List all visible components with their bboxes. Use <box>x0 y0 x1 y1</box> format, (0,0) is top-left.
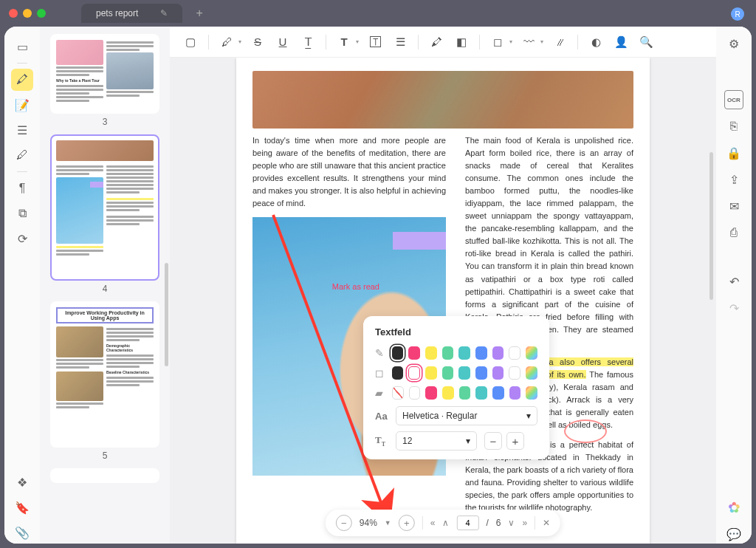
document-scrollbar[interactable] <box>709 152 713 300</box>
compress-icon[interactable]: ⎘ <box>724 117 743 136</box>
close-bar-button[interactable]: ✕ <box>543 518 550 528</box>
layers-icon[interactable]: ❖ <box>11 471 33 493</box>
lock-icon[interactable]: 🔒 <box>724 143 743 162</box>
maximize-window-icon[interactable] <box>37 9 46 18</box>
strikethrough-icon[interactable]: S <box>249 33 267 51</box>
font-family-select[interactable]: Helvetica · Regular▾ <box>396 406 537 425</box>
bookmark-icon[interactable]: 🔖 <box>11 496 33 518</box>
zoom-out-button[interactable]: − <box>336 515 352 531</box>
stroke-color-purple[interactable] <box>492 366 504 380</box>
stroke-color-green[interactable] <box>442 366 454 380</box>
text-color-black[interactable] <box>392 346 404 360</box>
fill-color-purple[interactable] <box>509 386 521 400</box>
gear-icon[interactable]: ⚙ <box>724 34 743 53</box>
chevron-down-icon[interactable]: ▾ <box>356 38 359 45</box>
appearance-icon[interactable]: ◐ <box>587 33 605 51</box>
new-tab-button[interactable]: + <box>196 7 202 20</box>
chevron-down-icon[interactable]: ▾ <box>238 38 241 45</box>
first-page-button[interactable]: « <box>430 518 436 528</box>
stroke-color-white[interactable] <box>509 366 520 380</box>
minimize-window-icon[interactable] <box>23 9 32 18</box>
attachment-icon[interactable]: 📎 <box>11 521 33 544</box>
ocr-panel-icon[interactable]: ⟳ <box>11 227 33 250</box>
stroke-color-blue[interactable] <box>475 366 487 380</box>
last-page-button[interactable]: » <box>522 518 527 528</box>
underline-icon[interactable]: U <box>274 33 292 51</box>
stroke-color-custom[interactable] <box>526 366 537 380</box>
page-box-icon[interactable]: ▢ <box>182 33 199 51</box>
thumbnail-scrollbar[interactable] <box>165 263 168 366</box>
stroke-color-black[interactable] <box>392 366 404 380</box>
stroke-color-pink[interactable] <box>408 366 420 380</box>
profile-icon[interactable]: 👤 <box>612 33 630 51</box>
mail-icon[interactable]: ✉ <box>724 196 743 216</box>
thumbnail-page-5[interactable]: Improve Working Productivity in Using Ap… <box>50 301 159 448</box>
stroke-color-yellow[interactable] <box>425 366 437 380</box>
eraser-icon[interactable]: ◧ <box>453 33 470 51</box>
marker-icon[interactable]: 🖍 <box>427 33 445 51</box>
small-caps-icon[interactable]: T̲ <box>299 33 317 51</box>
chevron-down-icon[interactable]: ▾ <box>509 38 512 45</box>
print-icon[interactable]: ⎙ <box>724 223 743 242</box>
fill-color-teal[interactable] <box>475 386 487 400</box>
fill-color-white[interactable] <box>409 386 421 400</box>
annotations-panel-icon[interactable]: 🖊 <box>11 144 33 166</box>
chevron-down-icon[interactable]: ▼ <box>385 519 391 527</box>
search-icon[interactable]: 🔍 <box>637 33 655 51</box>
fill-color-yellow[interactable] <box>442 386 454 400</box>
document-viewport[interactable]: In today's time when more and more peopl… <box>170 58 716 544</box>
text-color-teal[interactable] <box>458 346 470 360</box>
text-color-white[interactable] <box>509 346 520 360</box>
next-page-button[interactable]: ∨ <box>508 518 515 528</box>
font-size-select[interactable]: 12▾ <box>396 431 477 451</box>
notes-panel-icon[interactable]: 📝 <box>11 94 33 116</box>
redo-icon[interactable]: ↷ <box>724 298 743 318</box>
text-color-custom[interactable] <box>526 346 537 360</box>
zoom-in-button[interactable]: + <box>399 515 415 531</box>
textbox-tool-icon[interactable]: 🅃 <box>366 33 384 51</box>
pen-style-icon[interactable]: 🖊 <box>218 33 236 51</box>
crop-tool-icon[interactable]: ⧉ <box>11 202 33 225</box>
pages-panel-icon[interactable]: ▭ <box>11 35 33 58</box>
annotation-label[interactable]: Mark as read <box>332 281 379 293</box>
outline-panel-icon[interactable]: ☰ <box>11 119 33 141</box>
stroke-color-teal[interactable] <box>458 366 470 380</box>
highlighter-tool-icon[interactable]: 🖍 <box>11 69 33 91</box>
thumbnail-page-3[interactable]: Why to Take a Plant Tour <box>50 34 159 114</box>
decrease-size-button[interactable]: − <box>484 432 502 450</box>
undo-icon[interactable]: ↶ <box>724 272 743 291</box>
fill-color-none[interactable] <box>392 386 404 400</box>
line-style-icon[interactable]: 〰 <box>520 33 537 51</box>
shape-tool-icon[interactable]: ◻ <box>489 33 506 51</box>
text-color-purple[interactable] <box>492 346 504 360</box>
fill-color-blue[interactable] <box>492 386 504 400</box>
circle-annotation[interactable] <box>564 419 607 443</box>
type-tool-icon[interactable]: T <box>335 33 353 51</box>
thumbnail-page-4[interactable] <box>50 134 159 281</box>
increase-size-button[interactable]: + <box>506 432 524 450</box>
comment-icon[interactable]: 💬 <box>724 524 743 544</box>
zoom-level[interactable]: 94% <box>360 518 377 528</box>
chevron-down-icon[interactable]: ▾ <box>540 38 543 45</box>
app-logo-icon[interactable]: ✿ <box>724 498 743 517</box>
user-avatar[interactable]: R <box>731 7 744 21</box>
document-tab[interactable]: pets report ✎ <box>81 4 182 23</box>
signature-icon[interactable]: ⫽ <box>551 33 568 51</box>
share-icon[interactable]: ⇪ <box>724 170 743 189</box>
text-color-green[interactable] <box>442 346 454 360</box>
ocr-icon[interactable]: OCR <box>724 90 743 109</box>
text-tool-icon[interactable]: ¶ <box>11 177 33 199</box>
fill-color-green[interactable] <box>459 386 471 400</box>
prev-page-button[interactable]: ∧ <box>442 518 449 528</box>
textblock-tool-icon[interactable]: ☰ <box>391 33 409 51</box>
current-page-input[interactable] <box>456 516 478 530</box>
rename-tab-icon[interactable]: ✎ <box>160 8 168 18</box>
window-controls[interactable] <box>9 9 46 18</box>
text-color-pink[interactable] <box>408 346 420 360</box>
highlight-annotation[interactable] <box>393 232 446 250</box>
text-color-yellow[interactable] <box>425 346 437 360</box>
close-window-icon[interactable] <box>9 9 18 18</box>
fill-color-pink[interactable] <box>425 386 437 400</box>
fill-color-custom[interactable] <box>526 386 537 400</box>
thumbnail-page-6[interactable] <box>50 468 159 483</box>
